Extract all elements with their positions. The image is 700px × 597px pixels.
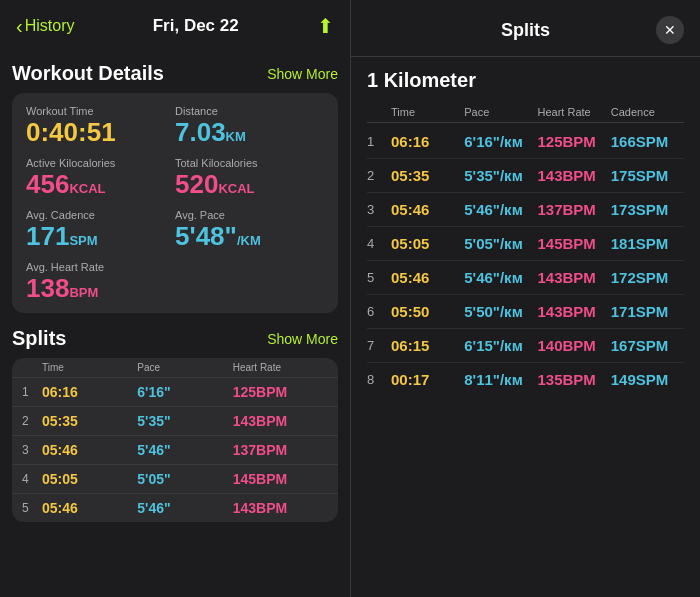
split-row: 3 05:46 5'46" 137BPM: [12, 436, 338, 465]
splits-card: Time Pace Heart Rate 1 06:16 6'16" 125BP…: [12, 358, 338, 522]
workout-time-value: 0:40:51: [26, 119, 175, 145]
workout-time-item: Workout Time 0:40:51: [26, 105, 175, 145]
total-kcal-label: Total Kilocalories: [175, 157, 324, 169]
close-button[interactable]: ✕: [656, 16, 684, 44]
splits-col-hr: Heart Rate: [233, 362, 328, 373]
right-col-pace: Pace: [464, 106, 537, 118]
avg-pace-item: Avg. Pace 5'48"/KM: [175, 209, 324, 249]
avg-pace-label: Avg. Pace: [175, 209, 324, 221]
rsplit-pace: 5'05"/км: [464, 235, 537, 252]
split-time: 05:46: [42, 500, 137, 516]
split-hr: 143BPM: [233, 500, 328, 516]
rsplit-time: 05:35: [391, 167, 464, 184]
active-kcal-value: 456KCAL: [26, 171, 175, 197]
split-hr: 137BPM: [233, 442, 328, 458]
splits-section-header: Splits Show More: [12, 327, 338, 350]
nav-bar: ‹ History Fri, Dec 22 ⬆: [0, 0, 350, 48]
right-panel-header: Splits ✕: [351, 0, 700, 57]
rsplit-cadence: 172SPM: [611, 269, 684, 286]
back-button[interactable]: ‹ History: [16, 15, 74, 38]
right-col-time: Time: [391, 106, 464, 118]
active-kcal-label: Active Kilocalories: [26, 157, 175, 169]
rsplit-time: 05:46: [391, 201, 464, 218]
rsplit-pace: 6'15"/км: [464, 337, 537, 354]
split-row: 2 05:35 5'35" 143BPM: [12, 407, 338, 436]
split-num: 4: [22, 472, 42, 486]
rsplit-pace: 5'50"/км: [464, 303, 537, 320]
total-kcal-value: 520KCAL: [175, 171, 324, 197]
chevron-left-icon: ‹: [16, 15, 23, 38]
rsplit-num: 1: [367, 134, 391, 149]
avg-cadence-label: Avg. Cadence: [26, 209, 175, 221]
rsplit-hr: 137BPM: [538, 201, 611, 218]
split-pace: 5'46": [137, 442, 232, 458]
split-num: 5: [22, 501, 42, 515]
rsplit-time: 05:05: [391, 235, 464, 252]
rsplit-pace: 8'11"/км: [464, 371, 537, 388]
split-pace: 5'35": [137, 413, 232, 429]
share-icon[interactable]: ⬆: [317, 14, 334, 38]
right-col-cadence: Cadence: [611, 106, 684, 118]
total-kcal-item: Total Kilocalories 520KCAL: [175, 157, 324, 197]
avg-cadence-value: 171SPM: [26, 223, 175, 249]
rsplit-num: 6: [367, 304, 391, 319]
rsplit-time: 05:46: [391, 269, 464, 286]
avg-pace-value: 5'48"/KM: [175, 223, 324, 249]
right-panel: Splits ✕ 1 Kilometer Time Pace Heart Rat…: [350, 0, 700, 597]
avg-cadence-item: Avg. Cadence 171SPM: [26, 209, 175, 249]
avg-hr-value: 138BPM: [26, 275, 175, 301]
rsplit-hr: 145BPM: [538, 235, 611, 252]
split-pace: 5'05": [137, 471, 232, 487]
split-hr: 143BPM: [233, 413, 328, 429]
left-panel: ‹ History Fri, Dec 22 ⬆ Workout Details …: [0, 0, 350, 597]
split-pace: 6'16": [137, 384, 232, 400]
rsplit-pace: 5'46"/км: [464, 201, 537, 218]
active-kcal-item: Active Kilocalories 456KCAL: [26, 157, 175, 197]
rsplit-num: 2: [367, 168, 391, 183]
rsplit-cadence: 166SPM: [611, 133, 684, 150]
detail-row-1: Workout Time 0:40:51 Distance 7.03KM: [26, 105, 324, 145]
rsplit-pace: 5'46"/км: [464, 269, 537, 286]
splits-title: Splits: [12, 327, 66, 350]
split-num: 1: [22, 385, 42, 399]
workout-details-card: Workout Time 0:40:51 Distance 7.03KM Act…: [12, 93, 338, 313]
detail-row-4: Avg. Heart Rate 138BPM: [26, 261, 324, 301]
split-num: 3: [22, 443, 42, 457]
split-hr: 145BPM: [233, 471, 328, 487]
rsplit-num: 5: [367, 270, 391, 285]
rsplit-time: 05:50: [391, 303, 464, 320]
rsplit-cadence: 167SPM: [611, 337, 684, 354]
workout-details-title: Workout Details: [12, 62, 164, 85]
split-time: 05:05: [42, 471, 137, 487]
distance-value: 7.03KM: [175, 119, 324, 145]
detail-row-2: Active Kilocalories 456KCAL Total Kiloca…: [26, 157, 324, 197]
right-split-row: 2 05:35 5'35"/км 143BPM 175SPM: [367, 159, 684, 193]
right-split-row: 6 05:50 5'50"/км 143BPM 171SPM: [367, 295, 684, 329]
rsplit-hr: 143BPM: [538, 303, 611, 320]
right-panel-title: Splits: [395, 20, 656, 41]
rsplit-num: 7: [367, 338, 391, 353]
split-row: 5 05:46 5'46" 143BPM: [12, 494, 338, 522]
right-col-hr: Heart Rate: [538, 106, 611, 118]
right-split-row: 8 00:17 8'11"/км 135BPM 149SPM: [367, 363, 684, 396]
left-content: Workout Details Show More Workout Time 0…: [0, 48, 350, 597]
nav-title: Fri, Dec 22: [153, 16, 239, 36]
distance-label: Distance: [175, 105, 324, 117]
split-time: 06:16: [42, 384, 137, 400]
rsplit-hr: 135BPM: [538, 371, 611, 388]
rsplit-hr: 140BPM: [538, 337, 611, 354]
right-split-row: 7 06:15 6'15"/км 140BPM 167SPM: [367, 329, 684, 363]
right-panel-content: 1 Kilometer Time Pace Heart Rate Cadence…: [351, 57, 700, 597]
rsplit-pace: 5'35"/км: [464, 167, 537, 184]
workout-show-more[interactable]: Show More: [267, 66, 338, 82]
rsplit-time: 06:16: [391, 133, 464, 150]
splits-show-more[interactable]: Show More: [267, 331, 338, 347]
rsplit-hr: 143BPM: [538, 167, 611, 184]
split-row: 4 05:05 5'05" 145BPM: [12, 465, 338, 494]
km-label: 1 Kilometer: [367, 69, 684, 92]
detail-row-3: Avg. Cadence 171SPM Avg. Pace 5'48"/KM: [26, 209, 324, 249]
right-split-row: 1 06:16 6'16"/км 125BPM 166SPM: [367, 125, 684, 159]
rsplit-num: 4: [367, 236, 391, 251]
splits-header-row: Time Pace Heart Rate: [12, 358, 338, 378]
splits-col-pace: Pace: [137, 362, 232, 373]
